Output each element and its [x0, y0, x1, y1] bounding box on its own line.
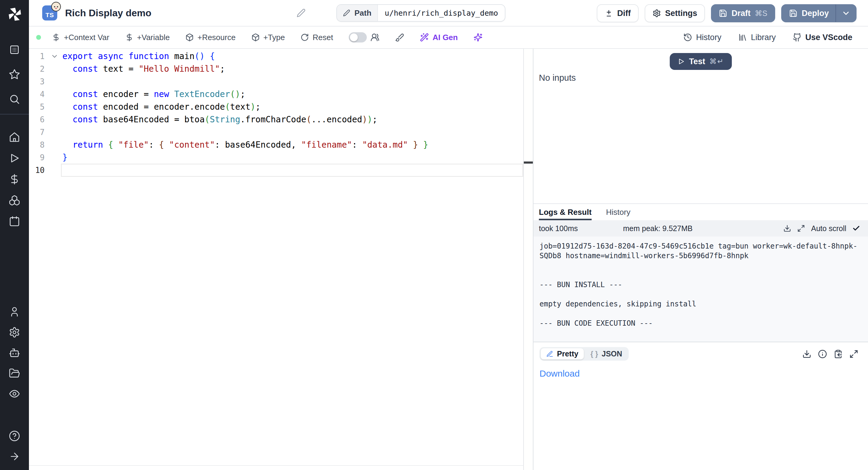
- draft-label: Draft: [732, 9, 750, 18]
- chevron-down-icon[interactable]: [841, 9, 850, 18]
- edit-title-pencil-icon[interactable]: [297, 8, 306, 18]
- format-code-button[interactable]: [395, 33, 404, 42]
- code-line[interactable]: const text = "Hello Windmill";: [62, 63, 523, 75]
- use-vscode-button[interactable]: Use VScode: [793, 33, 852, 42]
- add-type-label: +Type: [264, 33, 285, 42]
- download-result-icon[interactable]: [802, 349, 811, 358]
- path-label-segment: Path: [337, 5, 378, 21]
- job-logs[interactable]: job=01912d75-163d-8204-47c9-5469c516cb1e…: [533, 237, 868, 342]
- tab-history[interactable]: History: [606, 204, 630, 220]
- sidebar-item-help[interactable]: [9, 430, 20, 442]
- line-number: 9: [29, 151, 44, 164]
- view-json-tab[interactable]: { } JSON: [585, 348, 627, 359]
- audit-logs-icon: [9, 388, 20, 400]
- settings-button[interactable]: Settings: [645, 4, 705, 22]
- gear-icon: [652, 9, 661, 18]
- minimap[interactable]: [523, 49, 533, 470]
- users-icon: [370, 33, 379, 42]
- sidebar-item-resources[interactable]: [9, 195, 20, 206]
- reset-button[interactable]: Reset: [301, 33, 333, 42]
- add-context-var-button[interactable]: +Context Var: [52, 33, 110, 42]
- ai-sparkles-button[interactable]: [473, 33, 483, 42]
- test-button[interactable]: Test ⌘↵: [670, 53, 732, 70]
- expand-result-icon[interactable]: [849, 349, 858, 358]
- ai-gen-button[interactable]: AI Gen: [420, 33, 458, 42]
- result-toolbar: Pretty { } JSON: [539, 347, 862, 361]
- sidebar-item-workers[interactable]: [9, 347, 20, 358]
- path-value[interactable]: u/henri/rich_display_demo: [378, 5, 504, 21]
- code-line[interactable]: const base64Encoded = btoa(String.fromCh…: [62, 113, 523, 126]
- auto-scroll-label[interactable]: Auto scroll: [811, 224, 846, 233]
- history-label: History: [696, 33, 721, 42]
- deploy-label: Deploy: [802, 9, 829, 18]
- workers-icon: [9, 347, 20, 358]
- sidebar-item-favorites[interactable]: [9, 69, 20, 80]
- line-number: 6: [29, 113, 44, 126]
- code-editor[interactable]: 12345678910 export async function main()…: [29, 49, 533, 470]
- code-line[interactable]: }: [62, 151, 523, 164]
- sidebar: [0, 0, 29, 470]
- library-icon: [738, 33, 747, 42]
- multiplayer-toggle[interactable]: [349, 32, 367, 42]
- diff-label: Diff: [617, 9, 631, 18]
- resources-icon: [9, 195, 20, 206]
- line-number: 7: [29, 126, 44, 138]
- search-icon: [9, 93, 20, 105]
- home-icon: [9, 131, 20, 143]
- topbar-actions: Diff Settings Draft ⌘S Deploy: [597, 4, 857, 22]
- sidebar-item-runs[interactable]: [9, 152, 20, 164]
- download-file-link[interactable]: Download: [539, 369, 580, 379]
- clipboard-copy-icon[interactable]: [834, 349, 843, 358]
- fold-chevron-icon[interactable]: [51, 53, 59, 60]
- download-logs-icon[interactable]: [783, 224, 791, 232]
- play-icon: [678, 58, 685, 65]
- variables-icon: [9, 174, 20, 185]
- path-field[interactable]: Path u/henri/rich_display_demo: [336, 4, 505, 22]
- sidebar-item-workspace[interactable]: [9, 44, 20, 56]
- sidebar-item-settings[interactable]: [9, 326, 20, 338]
- library-button[interactable]: Library: [738, 33, 776, 42]
- draft-button[interactable]: Draft ⌘S: [711, 4, 775, 22]
- line-number: 3: [29, 75, 44, 88]
- diff-button[interactable]: Diff: [597, 4, 639, 22]
- main-area: TS Rich Display demo Path u/henri/rich_d…: [29, 0, 868, 470]
- code-line[interactable]: [62, 75, 523, 88]
- sidebar-item-home[interactable]: [9, 131, 20, 143]
- info-icon[interactable]: [818, 349, 827, 358]
- reset-label: Reset: [313, 33, 333, 42]
- check-icon[interactable]: [852, 224, 860, 232]
- sidebar-item-folders[interactable]: [9, 368, 20, 379]
- add-resource-button[interactable]: +Resource: [185, 33, 236, 42]
- code-lines[interactable]: export async function main() { const tex…: [62, 50, 523, 177]
- sidebar-item-users[interactable]: [9, 306, 20, 318]
- windmill-logo-icon[interactable]: [6, 6, 23, 22]
- line-number: 4: [29, 88, 44, 101]
- tab-logs-result[interactable]: Logs & Result: [539, 204, 592, 220]
- code-line[interactable]: export async function main() {: [62, 50, 523, 63]
- add-variable-button[interactable]: +Variable: [125, 33, 170, 42]
- sidebar-item-variables[interactable]: [9, 174, 20, 185]
- code-line[interactable]: const encoder = new TextEncoder();: [62, 88, 523, 101]
- ai-gen-label: AI Gen: [433, 33, 458, 42]
- code-line[interactable]: [62, 126, 523, 138]
- code-line[interactable]: [62, 164, 523, 177]
- toolbar-right: History Library Use VScode: [683, 33, 852, 42]
- code-line[interactable]: const encoded = encoder.encode(text);: [62, 101, 523, 113]
- sidebar-item-audit-logs[interactable]: [9, 388, 20, 400]
- pencil-icon: [343, 9, 350, 17]
- library-label: Library: [751, 33, 776, 42]
- multiplayer-users-icon[interactable]: [370, 33, 379, 42]
- sidebar-item-schedules[interactable]: [9, 216, 20, 227]
- deploy-button[interactable]: Deploy: [781, 4, 857, 22]
- sidebar-item-collapse[interactable]: [9, 451, 20, 462]
- expand-logs-icon[interactable]: [797, 224, 805, 232]
- github-icon: [793, 33, 802, 42]
- view-pretty-tab[interactable]: Pretty: [541, 348, 584, 359]
- minimap-cursor-marker: [524, 161, 533, 164]
- add-type-button[interactable]: +Type: [251, 33, 285, 42]
- sidebar-item-search[interactable]: [9, 93, 20, 105]
- package-icon: [185, 33, 194, 41]
- history-button[interactable]: History: [683, 33, 721, 42]
- windmill-app: TS Rich Display demo Path u/henri/rich_d…: [0, 0, 868, 470]
- code-line[interactable]: return { "file": { "content": base64Enco…: [62, 138, 523, 151]
